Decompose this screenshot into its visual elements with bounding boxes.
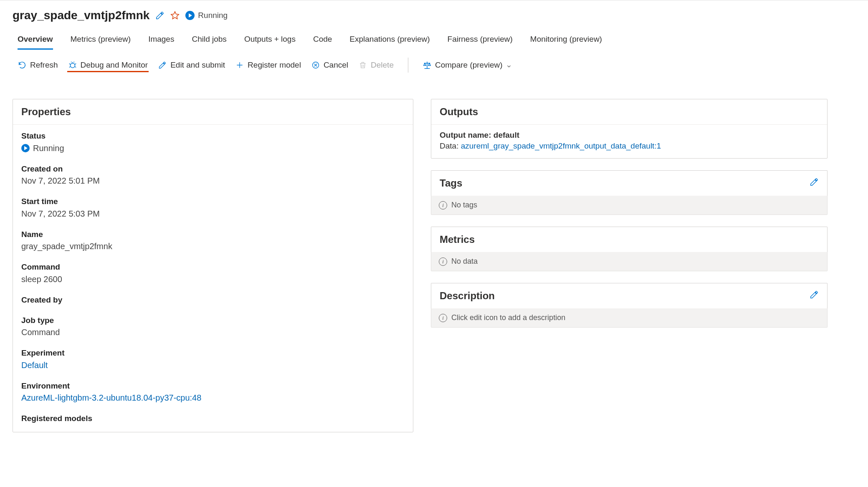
debug-monitor-label: Debug and Monitor	[81, 61, 148, 70]
outputs-heading: Outputs	[431, 99, 827, 125]
tab-child-jobs[interactable]: Child jobs	[192, 31, 226, 50]
refresh-label: Refresh	[30, 61, 58, 70]
output-data-link[interactable]: azureml_gray_spade_vmtjp2fmnk_output_dat…	[461, 141, 661, 150]
refresh-button[interactable]: Refresh	[18, 61, 58, 70]
job-title: gray_spade_vmtjp2fmnk	[13, 9, 149, 22]
status-label: Status	[21, 131, 405, 142]
cancel-button[interactable]: Cancel	[311, 61, 348, 70]
metrics-heading: Metrics	[440, 234, 475, 245]
plus-icon	[235, 61, 244, 70]
edit-title-button[interactable]	[155, 11, 164, 20]
tags-empty-strip: i No tags	[431, 196, 828, 215]
job-type-value: Command	[21, 326, 405, 338]
description-empty-strip: i Click edit icon to add a description	[431, 308, 828, 328]
properties-heading: Properties	[13, 99, 413, 125]
register-model-button[interactable]: Register model	[235, 61, 301, 70]
page-header: gray_spade_vmtjp2fmnk Running	[0, 0, 868, 27]
favorite-button[interactable]	[170, 11, 180, 20]
bug-icon	[68, 61, 77, 70]
start-time-value: Nov 7, 2022 5:03 PM	[21, 207, 405, 220]
compare-button[interactable]: Compare (preview)	[423, 61, 512, 70]
metrics-empty-strip: i No data	[431, 252, 828, 271]
output-data-row: Data: azureml_gray_spade_vmtjp2fmnk_outp…	[440, 141, 819, 151]
delete-label: Delete	[371, 61, 394, 70]
svg-point-0	[70, 63, 75, 68]
tags-empty-text: No tags	[451, 201, 477, 209]
info-icon: i	[439, 257, 447, 266]
environment-label: Environment	[21, 381, 405, 392]
outputs-card: Outputs Output name: default Data: azure…	[431, 99, 828, 159]
created-by-label: Created by	[21, 295, 405, 306]
name-value: gray_spade_vmtjp2fmnk	[21, 240, 405, 252]
edit-description-button[interactable]	[810, 290, 819, 302]
tags-card: Tags	[431, 170, 828, 196]
content-scroll-area[interactable]: Properties Status Running Created on Nov…	[13, 99, 868, 487]
registered-models-label: Registered models	[21, 413, 405, 424]
command-label: Command	[21, 262, 405, 273]
scale-icon	[423, 61, 432, 70]
cancel-label: Cancel	[324, 61, 348, 70]
experiment-label: Experiment	[21, 348, 405, 359]
trash-icon	[358, 61, 367, 70]
output-data-prefix: Data:	[440, 141, 461, 150]
running-icon	[185, 11, 195, 20]
running-icon	[21, 144, 30, 152]
status-indicator: Running	[185, 11, 228, 20]
metrics-empty-text: No data	[451, 257, 478, 266]
tab-fairness[interactable]: Fairness (preview)	[448, 31, 513, 50]
toolbar: Refresh Debug and Monitor Edit and submi…	[0, 50, 868, 78]
tab-images[interactable]: Images	[148, 31, 174, 50]
edit-submit-button[interactable]: Edit and submit	[158, 61, 225, 70]
toolbar-separator	[408, 58, 408, 73]
start-time-label: Start time	[21, 196, 405, 207]
tab-code[interactable]: Code	[313, 31, 332, 50]
chevron-down-icon	[506, 62, 512, 68]
description-card: Description	[431, 283, 828, 308]
cancel-icon	[311, 61, 320, 70]
created-on-label: Created on	[21, 164, 405, 175]
pencil-icon	[158, 61, 167, 70]
output-name-label: Output name: default	[440, 131, 819, 140]
description-empty-text: Click edit icon to add a description	[451, 313, 565, 322]
command-value: sleep 2600	[21, 273, 405, 285]
debug-monitor-button[interactable]: Debug and Monitor	[68, 61, 148, 70]
info-icon: i	[439, 201, 447, 209]
experiment-link[interactable]: Default	[21, 359, 405, 371]
compare-label: Compare (preview)	[435, 61, 503, 70]
properties-card: Properties Status Running Created on Nov…	[13, 99, 413, 432]
info-icon: i	[439, 314, 447, 322]
tab-monitoring[interactable]: Monitoring (preview)	[530, 31, 602, 50]
created-on-value: Nov 7, 2022 5:01 PM	[21, 174, 405, 187]
status-value: Running	[21, 142, 405, 154]
tab-overview[interactable]: Overview	[18, 31, 53, 50]
tab-bar: Overview Metrics (preview) Images Child …	[0, 27, 868, 50]
tab-explanations[interactable]: Explanations (preview)	[349, 31, 430, 50]
name-label: Name	[21, 229, 405, 240]
metrics-card: Metrics	[431, 227, 828, 252]
job-type-label: Job type	[21, 315, 405, 326]
status-text: Running	[198, 11, 228, 20]
environment-link[interactable]: AzureML-lightgbm-3.2-ubuntu18.04-py37-cp…	[21, 391, 405, 404]
register-model-label: Register model	[248, 61, 301, 70]
tab-metrics[interactable]: Metrics (preview)	[71, 31, 131, 50]
tags-heading: Tags	[440, 177, 462, 189]
edit-submit-label: Edit and submit	[170, 61, 225, 70]
edit-tags-button[interactable]	[810, 177, 819, 189]
refresh-icon	[18, 61, 27, 70]
delete-button[interactable]: Delete	[358, 61, 394, 70]
tab-outputs-logs[interactable]: Outputs + logs	[244, 31, 296, 50]
description-heading: Description	[440, 290, 495, 302]
